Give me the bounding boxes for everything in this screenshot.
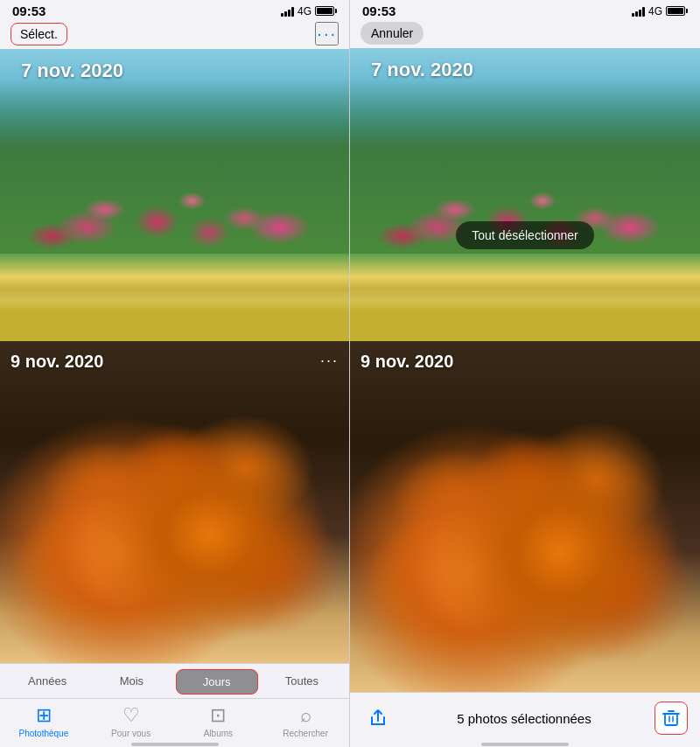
home-indicator-right: [350, 742, 700, 747]
trash-button[interactable]: [654, 702, 688, 735]
nav-pour-vous[interactable]: ♡ Pour vous: [88, 704, 175, 738]
main-photo-top-left: 7 nov. 2020 +2: [0, 49, 349, 341]
tab-annees[interactable]: Années: [7, 669, 88, 695]
phototheque-icon: ⊞: [36, 704, 52, 727]
deselect-button[interactable]: Tout désélectionner: [456, 221, 593, 249]
select-button[interactable]: Sélect.: [10, 23, 67, 45]
top-right-panel: 09:53 4G Annuler 7 nov. 2020: [350, 0, 700, 341]
status-icons-top-left: 4G: [281, 5, 337, 17]
sunflower-background-left: [0, 341, 349, 663]
battery-icon-tl: [315, 6, 337, 16]
nav-albums[interactable]: ⊡ Albums: [175, 704, 262, 738]
sunflower-photo-right: 9 nov. 2020: [350, 341, 700, 692]
sunflower-date-left: 9 nov. 2020: [10, 352, 103, 372]
network-label-tl: 4G: [298, 5, 312, 17]
bottom-action-bar: 5 photos sélectionnées: [350, 692, 700, 742]
top-row: 09:53 4G Sélect. ··· 7 nov. 2020: [0, 0, 700, 341]
nav-rechercher[interactable]: ⌕ Rechercher: [262, 704, 349, 738]
top-nav-right: Annuler: [350, 20, 700, 48]
status-bar-top-right: 09:53 4G: [350, 0, 700, 20]
time-top-right: 09:53: [362, 3, 396, 18]
tab-mois[interactable]: Mois: [91, 669, 172, 695]
tabs-row: Années Mois Jours Toutes: [7, 669, 342, 695]
bottom-nav-left: ⊞ Photothèque ♡ Pour vous ⊡ Albums ⌕ Rec…: [0, 698, 349, 742]
status-bar-top-left: 09:53 4G: [0, 0, 349, 20]
more-options-button[interactable]: ···: [315, 22, 339, 45]
bottom-right-panel: 9 nov. 2020 5 photos sélectionnées: [350, 341, 700, 747]
flowers-overlay-top-left: [0, 78, 349, 253]
bottom-row: 9 nov. 2020 ··· Années Mois Jours Toutes: [0, 341, 700, 747]
sunflower-photo-left: 9 nov. 2020 ···: [0, 341, 349, 663]
phototheque-label: Photothèque: [19, 729, 69, 738]
sunflower-background-right: [350, 341, 700, 692]
time-top-left: 09:53: [12, 3, 46, 18]
tab-jours[interactable]: Jours: [176, 669, 258, 695]
pour-vous-label: Pour vous: [111, 729, 150, 738]
pour-vous-icon: ♡: [122, 704, 140, 727]
top-left-panel: 09:53 4G Sélect. ··· 7 nov. 2020: [0, 0, 350, 341]
battery-icon-tr: [666, 6, 688, 16]
sunflower-date-right: 9 nov. 2020: [360, 352, 453, 372]
home-bar-right: [481, 743, 569, 746]
nav-phototheque[interactable]: ⊞ Photothèque: [0, 704, 88, 738]
svg-rect-0: [665, 714, 677, 725]
main-container: 09:53 4G Sélect. ··· 7 nov. 2020: [0, 0, 700, 747]
date-label-top-left: 7 nov. 2020: [10, 56, 134, 86]
photos-selected-text: 5 photos sélectionnées: [457, 711, 591, 726]
albums-icon: ⊡: [210, 704, 226, 727]
sunflower-dots-left[interactable]: ···: [320, 352, 339, 370]
network-label-tr: 4G: [648, 5, 662, 17]
bottom-left-panel: 9 nov. 2020 ··· Années Mois Jours Toutes: [0, 341, 350, 747]
home-bar-left: [131, 743, 219, 746]
rechercher-icon: ⌕: [300, 704, 312, 727]
tab-toutes[interactable]: Toutes: [262, 669, 342, 695]
share-button[interactable]: [362, 702, 394, 734]
albums-label: Albums: [204, 729, 233, 738]
deselect-overlay: Tout désélectionner: [350, 221, 700, 249]
main-photo-top-right: 7 nov. 2020 Tout désélectionner ✓ ✓ ✓: [350, 48, 700, 341]
signal-icon: [281, 6, 294, 17]
date-label-top-right: 7 nov. 2020: [360, 55, 484, 85]
signal-icon-tr: [632, 6, 645, 17]
ocean-painting-top-left: [0, 49, 349, 341]
top-nav-left: Sélect. ···: [0, 20, 349, 49]
status-icons-top-right: 4G: [632, 5, 688, 17]
tabs-bar: Années Mois Jours Toutes: [0, 663, 349, 698]
annuler-button[interactable]: Annuler: [360, 22, 424, 45]
rechercher-label: Rechercher: [283, 729, 328, 738]
ocean-painting-top-right: [350, 48, 700, 341]
home-indicator-left: [0, 742, 349, 747]
